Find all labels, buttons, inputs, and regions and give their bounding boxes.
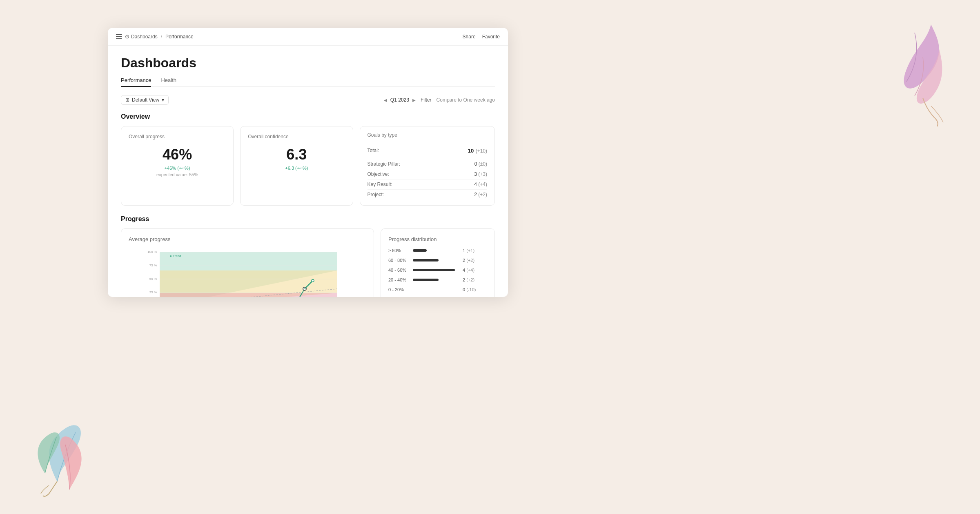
- overall-progress-expected: expected value: 55%: [129, 172, 226, 177]
- goals-total-change: (+10): [476, 148, 487, 154]
- goals-total-row: Total: 10 (+10): [368, 144, 488, 157]
- svg-point-25: [312, 279, 314, 282]
- next-quarter-arrow[interactable]: ▶: [412, 98, 416, 102]
- dist-row-60-80: 60 - 80% 2 (+2): [388, 258, 487, 263]
- goals-by-type-title: Goals by type: [368, 132, 488, 138]
- main-window: ⊙ Dashboards / Performance Share Favorit…: [108, 28, 508, 297]
- overall-progress-card: Overall progress 46% +46% (+∞%) expected…: [121, 126, 234, 206]
- goals-total-label: Total:: [368, 148, 379, 153]
- main-content: Dashboards Performance Health ⊞ Default …: [108, 46, 508, 297]
- default-view-button[interactable]: ⊞ Default View ▾: [121, 95, 169, 105]
- top-bar-right: Share Favorite: [463, 34, 500, 40]
- filter-button[interactable]: Filter: [421, 97, 432, 103]
- dist-bar-60-80: [413, 259, 439, 261]
- overall-progress-change: +46% (+∞%): [129, 166, 226, 171]
- dist-bar-80plus: [413, 249, 427, 252]
- breadcrumb-separator: /: [161, 34, 162, 40]
- share-button[interactable]: Share: [463, 34, 476, 40]
- breadcrumb: ⊙ Dashboards: [125, 33, 158, 40]
- compare-text: Compare to One week ago: [437, 97, 495, 103]
- svg-marker-7: [160, 293, 337, 297]
- svg-text:100 %: 100 %: [147, 250, 157, 254]
- leaf-decoration-bottom-left: [24, 408, 114, 498]
- average-progress-title: Average progress: [129, 236, 366, 242]
- goals-row-project: Project: 2 (+2): [368, 190, 488, 199]
- dist-bar-40-60: [413, 269, 455, 271]
- tab-health[interactable]: Health: [161, 77, 176, 86]
- svg-text:● Trend: ● Trend: [170, 254, 181, 258]
- tab-performance[interactable]: Performance: [121, 77, 151, 86]
- progress-distribution-card: Progress distribution ≥ 80% 1 (+1) 60 - …: [381, 228, 495, 297]
- top-bar-left: ⊙ Dashboards / Performance: [116, 33, 194, 40]
- dist-row-80plus: ≥ 80% 1 (+1): [388, 248, 487, 253]
- dist-row-40-60: 40 - 60% 4 (+4): [388, 268, 487, 273]
- overview-section-title: Overview: [121, 113, 495, 120]
- dist-bar-20-40: [413, 279, 439, 281]
- chart-container: 100 % 75 % 50 % 25 % 0 %: [129, 248, 366, 297]
- goals-total-value: 10: [468, 148, 474, 154]
- chevron-down-icon: ▾: [162, 97, 164, 103]
- page-title: Dashboards: [121, 55, 495, 71]
- goals-by-type-card: Goals by type Total: 10 (+10) Strategic …: [360, 126, 495, 206]
- leaf-decoration-top-right: [874, 16, 956, 131]
- overall-confidence-value: 6.3: [248, 146, 345, 163]
- svg-text:25 %: 25 %: [149, 290, 157, 294]
- quarter-label: Q1 2023: [390, 97, 409, 103]
- breadcrumb-dashboards[interactable]: Dashboards: [131, 34, 158, 40]
- goals-row-objective: Objective: 3 (+3): [368, 169, 488, 179]
- overall-progress-value: 46%: [129, 146, 226, 163]
- goals-row-strategic: Strategic Pillar: 0 (±0): [368, 159, 488, 169]
- overall-progress-title: Overall progress: [129, 134, 226, 140]
- controls-bar: ⊞ Default View ▾ ◀ Q1 2023 ▶ Filter Comp…: [121, 95, 495, 105]
- overall-confidence-change: +6.3 (+∞%): [248, 166, 345, 171]
- prev-quarter-arrow[interactable]: ◀: [384, 98, 387, 102]
- breadcrumb-current: Performance: [165, 34, 194, 40]
- dist-row-20-40: 20 - 40% 2 (+2): [388, 277, 487, 282]
- view-icon: ⊞: [125, 97, 129, 103]
- goals-row-keyresult: Key Result: 4 (+4): [368, 179, 488, 190]
- top-bar: ⊙ Dashboards / Performance Share Favorit…: [108, 28, 508, 46]
- progress-distribution-title: Progress distribution: [388, 236, 487, 242]
- svg-text:75 %: 75 %: [149, 264, 157, 267]
- dist-row-0-20: 0 - 20% 0 (-10): [388, 287, 487, 292]
- progress-section-title: Progress: [121, 215, 495, 223]
- tabs: Performance Health: [121, 77, 495, 87]
- quarter-nav: ◀ Q1 2023 ▶: [384, 97, 416, 103]
- controls-right: ◀ Q1 2023 ▶ Filter Compare to One week a…: [384, 97, 495, 103]
- svg-text:50 %: 50 %: [149, 277, 157, 281]
- dashboard-icon: ⊙: [125, 33, 129, 40]
- average-progress-card: Average progress 100 % 75 % 50 % 25 % 0 …: [121, 228, 374, 297]
- favorite-button[interactable]: Favorite: [482, 34, 500, 40]
- overview-cards: Overall progress 46% +46% (+∞%) expected…: [121, 126, 495, 206]
- overall-confidence-card: Overall confidence 6.3 +6.3 (+∞%): [240, 126, 353, 206]
- average-progress-chart: 100 % 75 % 50 % 25 % 0 %: [129, 248, 366, 297]
- progress-section: Average progress 100 % 75 % 50 % 25 % 0 …: [121, 228, 495, 297]
- menu-icon[interactable]: [116, 34, 122, 39]
- overall-confidence-title: Overall confidence: [248, 134, 345, 140]
